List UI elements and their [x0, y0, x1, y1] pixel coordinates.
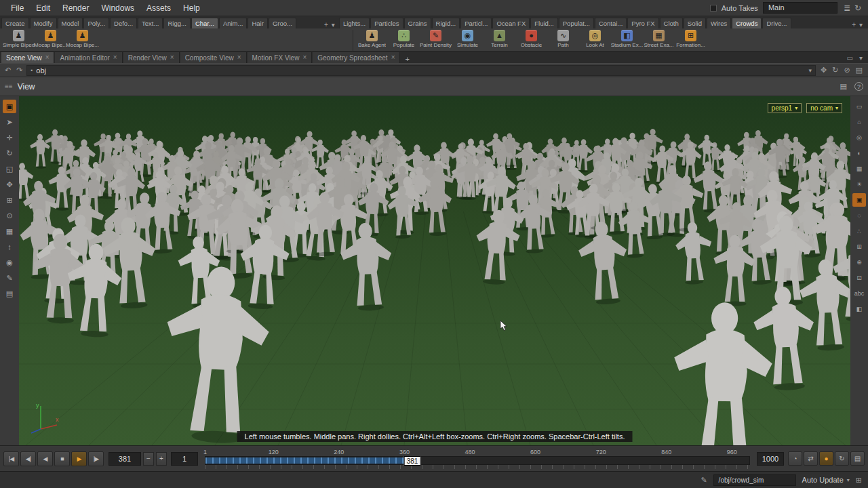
- tool-terrain[interactable]: ▲ Terrain: [484, 30, 515, 48]
- record-toggle-icon[interactable]: ●: [819, 451, 833, 466]
- layers-icon[interactable]: ▤: [3, 287, 16, 300]
- visualizers-icon[interactable]: ◧: [852, 302, 866, 316]
- wireframe-icon[interactable]: ▦: [852, 162, 866, 176]
- shelf-tab[interactable]: Solid: [684, 18, 706, 28]
- help-icon[interactable]: ?: [854, 82, 863, 91]
- shelf-tab-menu-icon[interactable]: ▾: [332, 21, 335, 28]
- snap-point-icon[interactable]: ⊙: [3, 209, 16, 222]
- viewport-name-selector[interactable]: persp1 ▾: [768, 103, 802, 113]
- add-pane-tab-icon[interactable]: +: [400, 55, 414, 63]
- tool-paint-density[interactable]: ✎ Paint Density: [420, 30, 452, 48]
- tool-look-at[interactable]: ◎ Look At: [579, 30, 611, 48]
- shelf-tab[interactable]: Crowds: [732, 18, 762, 28]
- close-icon[interactable]: ×: [45, 54, 50, 61]
- tool-stadium-example[interactable]: ◧ Stadium Ex...: [611, 30, 643, 48]
- layout-options-icon[interactable]: ▭: [852, 100, 866, 113]
- cook-refresh-icon[interactable]: ↻: [832, 66, 838, 75]
- shelf-tab[interactable]: Hair: [248, 18, 267, 28]
- close-icon[interactable]: ×: [170, 54, 174, 61]
- pane-tab[interactable]: Animation Editor ×: [55, 52, 122, 63]
- measure-icon[interactable]: ↕: [3, 240, 16, 253]
- tool-simulate[interactable]: ◉ Simulate: [452, 30, 484, 48]
- camera-lock-icon[interactable]: ◉: [3, 256, 16, 269]
- step-back-button[interactable]: ◀|: [20, 451, 36, 466]
- shelf-tab[interactable]: Rigg...: [163, 18, 190, 28]
- shelf-tab[interactable]: Lights...: [339, 18, 370, 28]
- view-layout-icon[interactable]: ▤: [840, 82, 847, 91]
- take-sync-icon[interactable]: ↻: [853, 3, 863, 13]
- frame-decrement-button[interactable]: −: [143, 452, 154, 466]
- timeline[interactable]: 1120240360480600720840960 381: [205, 449, 750, 469]
- menu-item[interactable]: Render: [57, 1, 94, 15]
- shelf-tab[interactable]: Modify: [30, 18, 57, 28]
- close-icon[interactable]: ×: [113, 54, 117, 61]
- shelf-tab[interactable]: Wires: [707, 18, 731, 28]
- pose-tool-icon[interactable]: ✥: [3, 178, 16, 191]
- shelf-tab[interactable]: Particles: [370, 18, 403, 28]
- step-forward-button[interactable]: |▶: [88, 451, 104, 466]
- shelf-tab[interactable]: Create: [1, 18, 29, 28]
- shelf-tab[interactable]: Grains: [404, 18, 431, 28]
- current-frame-field[interactable]: 381: [108, 452, 141, 466]
- path-list-icon[interactable]: ▤: [856, 66, 863, 75]
- close-icon[interactable]: ×: [237, 54, 241, 61]
- pane-tab[interactable]: Geometry Spreadsheet ×: [313, 52, 400, 63]
- shelf-tab[interactable]: Model: [58, 18, 83, 28]
- shelf-tab[interactable]: Drive...: [762, 18, 791, 28]
- edit-path-icon[interactable]: ✎: [701, 476, 707, 485]
- menu-item[interactable]: Assets: [141, 1, 176, 15]
- pane-maximize-icon[interactable]: ▭: [847, 54, 853, 62]
- construction-plane-icon[interactable]: ▦: [3, 224, 16, 238]
- pin-icon[interactable]: ✥: [821, 66, 827, 75]
- stop-button[interactable]: ■: [54, 451, 70, 466]
- shelf-tab[interactable]: Ocean FX: [492, 18, 530, 28]
- timeline-ruler[interactable]: 381: [205, 456, 750, 465]
- playback-range-icon[interactable]: ⇄: [804, 451, 818, 466]
- pane-tab[interactable]: Render View ×: [123, 52, 180, 63]
- nav-forward-icon[interactable]: ↷: [15, 66, 24, 75]
- tool-bake-agent[interactable]: ♟ Bake Agent: [356, 30, 388, 48]
- network-path-field[interactable]: ▪ obj ▾: [26, 65, 816, 76]
- shelf-tab[interactable]: Fluid...: [530, 18, 558, 28]
- frame-increment-button[interactable]: +: [156, 452, 167, 466]
- ghost-objects-icon[interactable]: ◌: [852, 209, 866, 222]
- take-list-icon[interactable]: ≣: [842, 3, 852, 13]
- pane-grip-icon[interactable]: ≡≡: [5, 83, 13, 90]
- pane-tab[interactable]: Motion FX View ×: [248, 52, 313, 63]
- play-reverse-button[interactable]: ◀: [37, 451, 53, 466]
- scene-viewport[interactable]: persp1 ▾ no cam ▾ y x Left mouse tumbles…: [19, 96, 850, 445]
- pane-tab[interactable]: Scene View ×: [1, 52, 54, 63]
- lock-icon[interactable]: ⊘: [844, 66, 850, 75]
- tool-street-example[interactable]: ▦ Street Exa...: [643, 30, 675, 48]
- selected-node-path-field[interactable]: /obj/crowd_sim: [713, 474, 796, 486]
- auto-takes-checkbox[interactable]: [710, 5, 717, 12]
- current-frame-marker[interactable]: 381: [404, 456, 421, 466]
- shelf-tab[interactable]: Particl...: [460, 18, 492, 28]
- lighting-icon[interactable]: ☀: [852, 178, 866, 191]
- translate-tool-icon[interactable]: ✛: [3, 131, 16, 144]
- playbar-options-icon[interactable]: ▤: [850, 451, 865, 466]
- shading-mode-icon[interactable]: ◐: [852, 146, 866, 160]
- camera-selector[interactable]: no cam ▾: [806, 103, 842, 113]
- shelf-tab[interactable]: Defo...: [110, 18, 137, 28]
- frame-selected-icon[interactable]: ◎: [852, 131, 866, 144]
- close-icon[interactable]: ×: [391, 54, 395, 61]
- take-selector[interactable]: Main: [763, 2, 837, 14]
- range-start-field[interactable]: 1: [171, 452, 198, 466]
- scale-tool-icon[interactable]: ◱: [3, 162, 16, 176]
- go-start-button[interactable]: |◀: [3, 451, 19, 466]
- pane-tab[interactable]: Composite View ×: [180, 52, 247, 63]
- shelf-tab[interactable]: Pyro FX: [627, 18, 658, 28]
- display-labels-icon[interactable]: abc: [852, 287, 866, 300]
- realtime-toggle-icon[interactable]: ◔: [788, 451, 802, 466]
- shelf-tab[interactable]: Text...: [138, 18, 163, 28]
- shelf-tab[interactable]: Cloth: [660, 18, 683, 28]
- home-view-icon[interactable]: ⌂: [852, 115, 866, 129]
- close-icon[interactable]: ×: [302, 54, 307, 61]
- memory-grid-icon[interactable]: ⊞: [856, 476, 862, 485]
- play-button[interactable]: ▶: [71, 451, 87, 466]
- snap-grid-icon[interactable]: ⊞: [3, 193, 16, 207]
- tool-mocap-biped-1[interactable]: ♟ Mocap Bipe...: [35, 30, 66, 48]
- view-tool-icon[interactable]: ▣: [3, 100, 16, 113]
- annotate-icon[interactable]: ✎: [3, 271, 16, 285]
